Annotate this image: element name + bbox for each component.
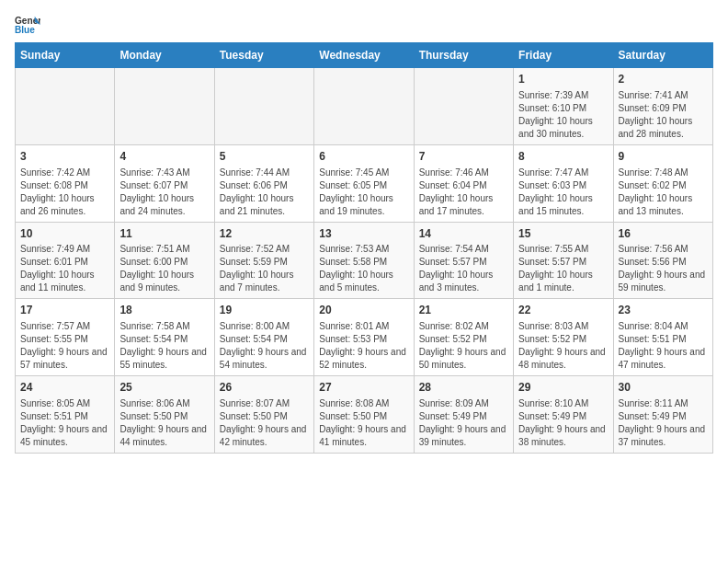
calendar-cell: 15Sunrise: 7:55 AM Sunset: 5:57 PM Dayli… [514,222,613,299]
calendar-cell: 1Sunrise: 7:39 AM Sunset: 6:10 PM Daylig… [514,68,613,145]
day-number: 7 [419,149,508,165]
day-info: Sunrise: 7:55 AM Sunset: 5:57 PM Dayligh… [518,243,608,294]
day-info: Sunrise: 7:56 AM Sunset: 5:56 PM Dayligh… [619,243,708,294]
day-number: 9 [619,149,708,165]
weekday-header-tuesday: Tuesday [214,43,313,68]
day-number: 25 [119,380,209,396]
day-info: Sunrise: 7:39 AM Sunset: 6:10 PM Dayligh… [518,89,608,141]
day-info: Sunrise: 7:58 AM Sunset: 5:54 PM Dayligh… [119,320,209,372]
calendar-cell: 19Sunrise: 8:00 AM Sunset: 5:54 PM Dayli… [214,299,313,376]
day-number: 29 [518,380,608,396]
calendar-table: SundayMondayTuesdayWednesdayThursdayFrid… [15,42,713,454]
day-number: 13 [319,226,408,242]
day-number: 12 [220,226,309,242]
day-info: Sunrise: 8:09 AM Sunset: 5:49 PM Dayligh… [419,397,508,449]
day-info: Sunrise: 8:03 AM Sunset: 5:52 PM Dayligh… [518,320,608,372]
calendar-cell: 30Sunrise: 8:11 AM Sunset: 5:49 PM Dayli… [613,376,712,454]
weekday-header-monday: Monday [115,43,214,68]
weekday-header-saturday: Saturday [613,43,712,68]
calendar-week-row: 3Sunrise: 7:42 AM Sunset: 6:08 PM Daylig… [16,144,713,222]
day-number: 19 [220,303,309,318]
calendar-cell [214,68,313,145]
calendar-week-row: 10Sunrise: 7:49 AM Sunset: 6:01 PM Dayli… [16,222,713,299]
calendar-cell: 4Sunrise: 7:43 AM Sunset: 6:07 PM Daylig… [115,144,214,222]
weekday-header-friday: Friday [514,43,613,68]
calendar-cell: 9Sunrise: 7:48 AM Sunset: 6:02 PM Daylig… [613,144,712,222]
calendar-cell: 13Sunrise: 7:53 AM Sunset: 5:58 PM Dayli… [314,222,414,299]
day-info: Sunrise: 7:51 AM Sunset: 6:00 PM Dayligh… [119,243,209,294]
day-info: Sunrise: 7:45 AM Sunset: 6:05 PM Dayligh… [319,167,408,218]
day-info: Sunrise: 7:47 AM Sunset: 6:03 PM Dayligh… [518,167,608,218]
day-number: 17 [20,303,109,318]
calendar-cell: 26Sunrise: 8:07 AM Sunset: 5:50 PM Dayli… [214,376,313,454]
day-number: 6 [319,149,408,165]
calendar-cell: 5Sunrise: 7:44 AM Sunset: 6:06 PM Daylig… [214,144,313,222]
calendar-cell: 2Sunrise: 7:41 AM Sunset: 6:09 PM Daylig… [613,68,712,145]
day-number: 3 [20,149,109,165]
calendar-cell: 12Sunrise: 7:52 AM Sunset: 5:59 PM Dayli… [214,222,313,299]
svg-text:Blue: Blue [15,25,35,35]
day-number: 10 [20,226,109,242]
calendar-cell: 16Sunrise: 7:56 AM Sunset: 5:56 PM Dayli… [613,222,712,299]
day-number: 1 [518,72,608,87]
logo-icon: General Blue [15,15,40,35]
calendar-cell: 27Sunrise: 8:08 AM Sunset: 5:50 PM Dayli… [314,376,414,454]
day-number: 11 [119,226,209,242]
day-number: 18 [119,303,209,318]
day-info: Sunrise: 7:57 AM Sunset: 5:55 PM Dayligh… [20,320,109,372]
page-header: General Blue [15,15,713,35]
calendar-cell: 21Sunrise: 8:02 AM Sunset: 5:52 PM Dayli… [414,299,513,376]
day-info: Sunrise: 8:10 AM Sunset: 5:49 PM Dayligh… [518,397,608,449]
day-number: 30 [619,380,708,396]
calendar-week-row: 24Sunrise: 8:05 AM Sunset: 5:51 PM Dayli… [16,376,713,454]
day-info: Sunrise: 7:46 AM Sunset: 6:04 PM Dayligh… [419,167,508,218]
day-number: 16 [619,226,708,242]
calendar-cell: 23Sunrise: 8:04 AM Sunset: 5:51 PM Dayli… [613,299,712,376]
logo: General Blue [15,15,44,35]
day-number: 24 [20,380,109,396]
day-info: Sunrise: 7:53 AM Sunset: 5:58 PM Dayligh… [319,243,408,294]
weekday-header-row: SundayMondayTuesdayWednesdayThursdayFrid… [16,43,713,68]
calendar-cell [115,68,214,145]
day-info: Sunrise: 7:42 AM Sunset: 6:08 PM Dayligh… [20,167,109,218]
calendar-cell: 3Sunrise: 7:42 AM Sunset: 6:08 PM Daylig… [16,144,115,222]
day-info: Sunrise: 8:08 AM Sunset: 5:50 PM Dayligh… [319,397,408,449]
day-number: 4 [119,149,209,165]
day-number: 28 [419,380,508,396]
day-info: Sunrise: 7:54 AM Sunset: 5:57 PM Dayligh… [419,243,508,294]
calendar-cell [16,68,115,145]
day-number: 21 [419,303,508,318]
calendar-cell [314,68,414,145]
calendar-cell: 10Sunrise: 7:49 AM Sunset: 6:01 PM Dayli… [16,222,115,299]
calendar-cell: 6Sunrise: 7:45 AM Sunset: 6:05 PM Daylig… [314,144,414,222]
day-info: Sunrise: 8:01 AM Sunset: 5:53 PM Dayligh… [319,320,408,372]
calendar-cell [414,68,513,145]
day-number: 15 [518,226,608,242]
calendar-cell: 20Sunrise: 8:01 AM Sunset: 5:53 PM Dayli… [314,299,414,376]
calendar-body: 1Sunrise: 7:39 AM Sunset: 6:10 PM Daylig… [16,68,713,454]
weekday-header-wednesday: Wednesday [314,43,414,68]
day-info: Sunrise: 7:43 AM Sunset: 6:07 PM Dayligh… [119,167,209,218]
day-number: 20 [319,303,408,318]
weekday-header-thursday: Thursday [414,43,513,68]
day-info: Sunrise: 8:06 AM Sunset: 5:50 PM Dayligh… [119,397,209,449]
calendar-week-row: 17Sunrise: 7:57 AM Sunset: 5:55 PM Dayli… [16,299,713,376]
day-number: 27 [319,380,408,396]
calendar-cell: 18Sunrise: 7:58 AM Sunset: 5:54 PM Dayli… [115,299,214,376]
day-number: 8 [518,149,608,165]
day-number: 23 [619,303,708,318]
day-info: Sunrise: 8:11 AM Sunset: 5:49 PM Dayligh… [619,397,708,449]
day-info: Sunrise: 7:48 AM Sunset: 6:02 PM Dayligh… [619,167,708,218]
day-info: Sunrise: 8:04 AM Sunset: 5:51 PM Dayligh… [619,320,708,372]
day-number: 14 [419,226,508,242]
calendar-cell: 29Sunrise: 8:10 AM Sunset: 5:49 PM Dayli… [514,376,613,454]
day-info: Sunrise: 7:44 AM Sunset: 6:06 PM Dayligh… [220,167,309,218]
day-info: Sunrise: 8:05 AM Sunset: 5:51 PM Dayligh… [20,397,109,449]
day-info: Sunrise: 7:41 AM Sunset: 6:09 PM Dayligh… [619,89,708,141]
calendar-cell: 24Sunrise: 8:05 AM Sunset: 5:51 PM Dayli… [16,376,115,454]
day-info: Sunrise: 8:00 AM Sunset: 5:54 PM Dayligh… [220,320,309,372]
day-info: Sunrise: 7:52 AM Sunset: 5:59 PM Dayligh… [220,243,309,294]
day-info: Sunrise: 8:02 AM Sunset: 5:52 PM Dayligh… [419,320,508,372]
day-number: 22 [518,303,608,318]
calendar-cell: 17Sunrise: 7:57 AM Sunset: 5:55 PM Dayli… [16,299,115,376]
